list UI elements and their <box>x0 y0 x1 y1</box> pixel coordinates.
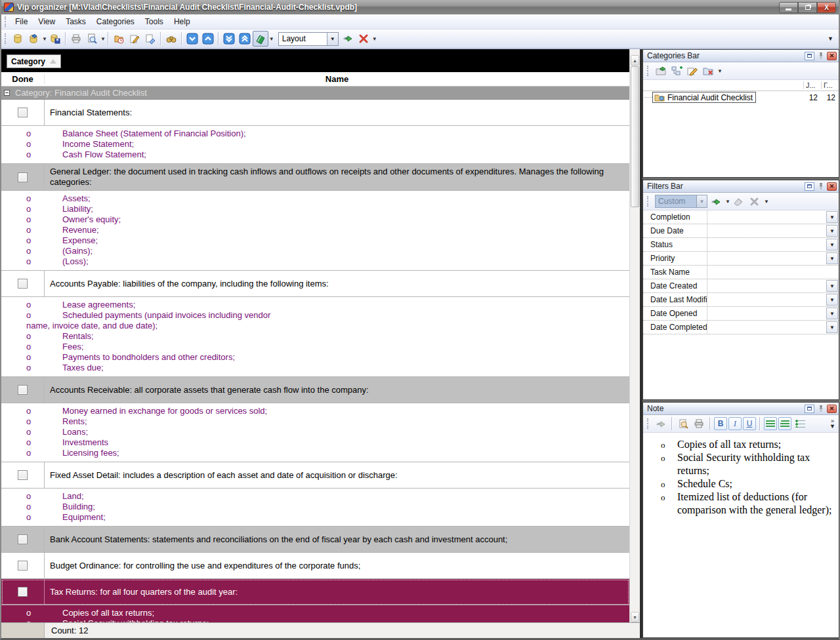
subitem-group[interactable]: oCopies of all tax returns;oSocial Secur… <box>1 605 629 622</box>
subitem-group[interactable]: oAssets;oLiability;oOwner's equity;oReve… <box>1 191 629 271</box>
column-header-name[interactable]: Name <box>45 74 629 84</box>
category-item[interactable]: Financial Audit Checklist <box>652 92 756 103</box>
align-right-button[interactable] <box>778 417 791 430</box>
done-checkbox[interactable] <box>18 587 28 597</box>
new-database-button[interactable] <box>10 31 26 47</box>
filter-value-field[interactable] <box>707 279 826 292</box>
subitem-group[interactable]: oLand;oBuilding;oEquipment; <box>1 489 629 527</box>
save-database-button[interactable] <box>47 31 63 47</box>
category-row[interactable]: Financial Audit Checklist1212 <box>643 91 839 104</box>
menu-view[interactable]: View <box>33 15 60 28</box>
task-row[interactable]: Tax Returns: for all four quarters of th… <box>1 579 629 605</box>
filter-dropdown-button[interactable]: ▼ <box>826 321 838 333</box>
filter-value-field[interactable] <box>707 224 826 237</box>
find-button[interactable] <box>163 31 179 47</box>
filter-dropdown-button[interactable]: ▼ <box>826 239 838 250</box>
note-editor[interactable]: oCopies of all tax returns;oSocial Secur… <box>643 433 839 637</box>
note-restore-button[interactable] <box>805 405 814 413</box>
filter-value-field[interactable] <box>707 238 826 251</box>
print-button[interactable] <box>68 31 84 47</box>
new-task-button[interactable] <box>111 31 127 47</box>
note-print-button[interactable] <box>692 416 706 431</box>
note-print-preview-button[interactable] <box>676 416 690 431</box>
scrollbar-thumb[interactable] <box>631 66 639 207</box>
edit-category-button[interactable] <box>685 64 700 78</box>
filters-toolbar-dropdown[interactable]: ▼ <box>764 199 769 205</box>
filter-dropdown-button[interactable]: ▼ <box>826 211 838 223</box>
task-row[interactable]: Accounts Receivable: all corporate asset… <box>1 377 629 403</box>
scroll-down-button[interactable]: ▼ <box>631 612 639 622</box>
task-row[interactable]: General Ledger: the document used in tra… <box>1 164 629 191</box>
filter-dropdown-button[interactable]: ▼ <box>826 252 838 264</box>
filter-preset-dropdown[interactable]: ▼ <box>696 195 707 207</box>
done-checkbox[interactable] <box>18 172 28 182</box>
categories-pin-button[interactable] <box>816 52 826 60</box>
subitem-group[interactable]: oLease agreements;oScheduled payments (u… <box>1 297 629 377</box>
group-by-category-header[interactable]: Category <box>7 54 61 68</box>
new-category-button[interactable] <box>654 64 668 78</box>
filter-dropdown-button[interactable]: ▼ <box>826 294 838 306</box>
align-left-button[interactable] <box>764 417 777 430</box>
filter-value-field[interactable] <box>707 210 826 224</box>
filter-preset-combobox[interactable]: Custom ▼ <box>655 195 707 208</box>
menu-tools[interactable]: Tools <box>140 15 169 28</box>
apply-layout-button[interactable] <box>340 31 356 47</box>
move-to-bottom-button[interactable] <box>221 31 237 47</box>
layout-view-button[interactable] <box>253 31 268 47</box>
filter-dropdown-button[interactable]: ▼ <box>826 308 838 319</box>
note-pin-button[interactable] <box>816 405 826 413</box>
layout-combobox-dropdown[interactable]: ▼ <box>327 33 338 45</box>
apply-filter-button[interactable] <box>709 194 723 209</box>
bullet-list-button[interactable] <box>793 416 807 431</box>
scroll-up-button[interactable]: ▲ <box>631 55 639 66</box>
minimize-button[interactable] <box>779 2 798 13</box>
vertical-scrollbar[interactable]: ▲ ▼ <box>629 49 640 622</box>
filters-restore-button[interactable] <box>805 182 814 191</box>
done-checkbox[interactable] <box>18 470 28 480</box>
done-checkbox[interactable] <box>18 279 28 289</box>
toolbar-overflow-chevron[interactable]: ▼ <box>828 35 833 42</box>
categories-toolbar-dropdown[interactable]: ▼ <box>717 68 723 74</box>
task-row[interactable]: Budget Ordinance: for controlling the us… <box>1 553 629 579</box>
move-up-button[interactable] <box>200 31 216 47</box>
move-down-button[interactable] <box>184 31 200 47</box>
delete-task-button[interactable] <box>142 31 158 47</box>
note-toolbar-overflow[interactable]: »▼ <box>830 418 837 429</box>
task-row[interactable]: Financial Statements: <box>1 100 629 126</box>
subitem-group[interactable]: oMoney earned in exchange for goods or s… <box>1 403 629 462</box>
italic-button[interactable]: I <box>728 417 742 430</box>
task-row[interactable]: Fixed Asset Detail: includes a descripti… <box>1 462 629 489</box>
note-close-button[interactable]: ✕ <box>827 405 837 413</box>
categories-close-button[interactable]: ✕ <box>827 52 837 60</box>
layout-view-dropdown[interactable]: ▼ <box>269 36 274 42</box>
task-row[interactable]: Accounts Payable: liabilities of the com… <box>1 271 629 297</box>
subitem-group[interactable]: oBalance Sheet (Statement of Financial P… <box>1 126 629 164</box>
underline-button[interactable]: U <box>743 417 756 430</box>
delete-category-button[interactable] <box>701 64 715 78</box>
bold-button[interactable]: B <box>714 417 727 430</box>
filter-value-field[interactable] <box>707 321 826 334</box>
category-group-row[interactable]: Category: Financial Audit Checklist <box>1 87 629 100</box>
filters-pin-button[interactable] <box>816 182 826 191</box>
menu-file[interactable]: File <box>10 15 33 28</box>
categories-count-header-2[interactable]: Г... <box>821 81 839 89</box>
print-preview-button[interactable] <box>84 31 100 47</box>
filter-value-field[interactable] <box>707 252 826 265</box>
open-database-dropdown[interactable]: ▼ <box>42 36 47 42</box>
categories-count-header-1[interactable]: J... <box>803 81 821 89</box>
layout-combobox[interactable]: Layout ▼ <box>278 32 339 46</box>
menu-help[interactable]: Help <box>169 15 196 28</box>
done-checkbox[interactable] <box>18 534 28 544</box>
done-checkbox[interactable] <box>18 561 28 570</box>
filter-value-field[interactable] <box>707 293 826 306</box>
task-row[interactable]: Bank Account Statements: statements and … <box>1 527 629 553</box>
close-button[interactable]: X <box>817 2 836 13</box>
apply-note-button[interactable] <box>654 416 668 431</box>
menu-tasks[interactable]: Tasks <box>60 15 91 28</box>
delete-filter-button[interactable] <box>747 194 762 209</box>
column-header-done[interactable]: Done <box>1 74 45 84</box>
filters-close-button[interactable]: ✕ <box>827 182 837 191</box>
done-checkbox[interactable] <box>18 385 28 395</box>
delete-layout-button[interactable] <box>356 31 371 47</box>
edit-task-button[interactable] <box>127 31 142 47</box>
